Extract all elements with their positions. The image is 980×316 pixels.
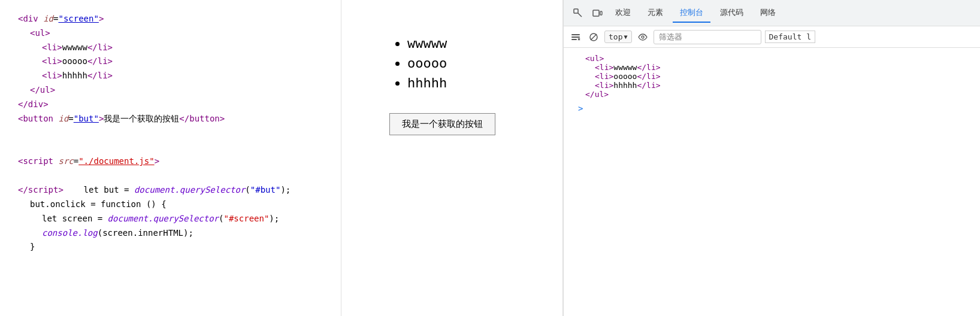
svg-rect-2	[600, 11, 602, 15]
code-line-11: but.onclick = function () {	[30, 198, 329, 212]
console-line-4: <li>hhhhh</li>	[576, 81, 968, 90]
chevron-down-icon: ▼	[624, 34, 627, 40]
code-line-14: }	[30, 240, 329, 254]
svg-rect-4	[571, 37, 580, 38]
console-line-3: <li>ooooo</li>	[576, 72, 968, 81]
code-line-5: <li>hhhhh</li>	[42, 69, 329, 83]
code-line-8: <button id="but">我是一个获取的按钮</button>	[18, 112, 329, 126]
list-item-2: ooooo	[407, 56, 447, 71]
code-line-4: <li>ooooo</li>	[42, 54, 329, 69]
filter-input[interactable]	[654, 30, 761, 44]
top-label: top	[609, 32, 622, 41]
code-line-13: console.log(screen.innerHTML);	[42, 226, 329, 241]
code-line-9: <script src="./document.js">	[18, 154, 329, 169]
clear-console-icon[interactable]	[568, 30, 583, 44]
list-item-1: wwwww	[407, 36, 447, 51]
device-icon[interactable]	[589, 5, 606, 22]
tab-welcome[interactable]: 欢迎	[608, 4, 638, 23]
tab-console[interactable]: 控制台	[673, 4, 710, 23]
code-panel: <div id="screen"> <ul> <li>wwwww</li> <l…	[0, 0, 341, 316]
devtools-toolbar: top ▼ Default l	[564, 26, 980, 48]
code-line-2: <ul>	[30, 26, 329, 41]
default-label: Default l	[765, 31, 815, 43]
preview-list: wwwww ooooo hhhhh	[389, 36, 447, 95]
tab-elements[interactable]: 元素	[640, 4, 670, 23]
console-chevron[interactable]: >	[576, 104, 968, 113]
preview-panel: wwwww ooooo hhhhh 我是一个获取的按钮	[341, 0, 563, 316]
code-line-10: </script> let but = document.querySelect…	[18, 183, 329, 198]
svg-rect-5	[571, 39, 577, 40]
list-item-3: hhhhh	[407, 75, 447, 90]
devtools-tabs-bar: 欢迎 元素 控制台 源代码 网络	[564, 0, 980, 26]
svg-point-8	[642, 36, 644, 38]
svg-rect-0	[574, 9, 578, 13]
top-dropdown[interactable]: top ▼	[604, 31, 632, 43]
code-line-12: let screen = document.querySelector("#sc…	[42, 212, 329, 226]
svg-line-7	[591, 34, 597, 40]
svg-rect-3	[571, 34, 580, 35]
tab-network[interactable]: 网络	[753, 4, 783, 23]
devtools-content: <ul> <li>wwwww</li> <li>ooooo</li> <li>h…	[564, 48, 980, 316]
inspect-icon[interactable]	[570, 5, 586, 22]
code-line-7: </div>	[18, 98, 329, 112]
code-line-6: </ul>	[30, 83, 329, 98]
console-line-1: <ul>	[576, 54, 968, 63]
code-line-3: <li>wwwww</li>	[42, 41, 329, 55]
tab-sources[interactable]: 源代码	[713, 4, 751, 23]
console-line-2: <li>wwwww</li>	[576, 63, 968, 72]
preview-button[interactable]: 我是一个获取的按钮	[389, 113, 495, 135]
devtools-panel: 欢迎 元素 控制台 源代码 网络 top ▼	[563, 0, 980, 316]
svg-rect-1	[593, 10, 599, 16]
eye-icon[interactable]	[636, 30, 650, 44]
code-line-1: <div id="screen">	[18, 12, 329, 26]
block-icon[interactable]	[586, 30, 601, 44]
console-line-5: </ul>	[576, 90, 968, 99]
